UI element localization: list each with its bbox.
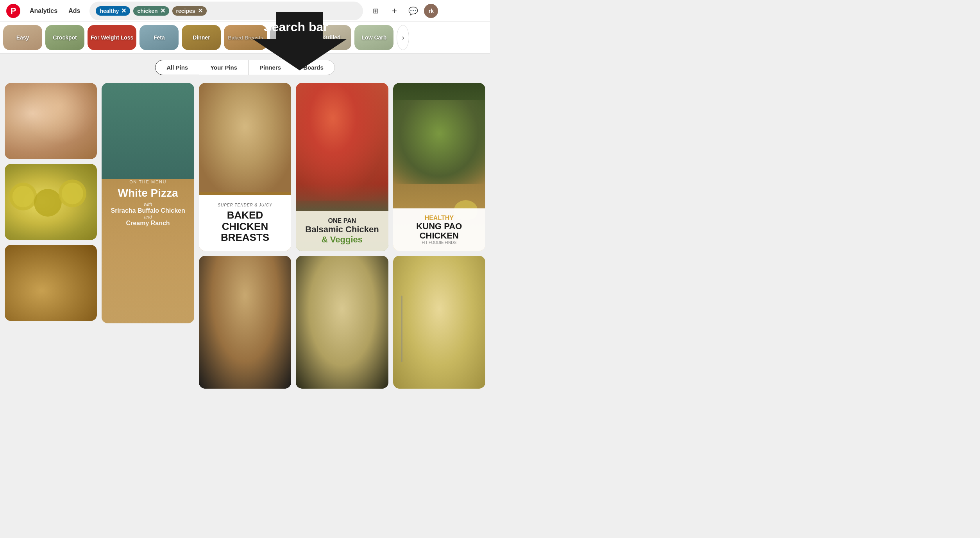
pin-card-white-pizza[interactable]: ON THE MENU White Pizza with Sriracha Bu…: [102, 83, 194, 323]
search-tag-recipes[interactable]: recipes ✕: [172, 6, 207, 16]
kungpao-overlay: HEALTHY KUNG PAO CHICKEN FIT FOODIE FIND…: [393, 208, 485, 251]
category-crockpot[interactable]: Crockpot: [45, 25, 84, 50]
pin-grid: ON THE MENU White Pizza with Sriracha Bu…: [0, 78, 490, 393]
pin-column-5: HEALTHY KUNG PAO CHICKEN FIT FOODIE FIND…: [393, 83, 485, 389]
category-dinner[interactable]: Dinner: [182, 25, 221, 50]
search-tag-chicken-remove[interactable]: ✕: [160, 8, 165, 14]
nav-ads[interactable]: Ads: [64, 4, 85, 18]
pin-card-baked-chicken-breasts[interactable]: Super Tender & Juicy BAKEDCHICKENBREASTS: [199, 83, 291, 251]
category-simple[interactable]: Simple: [270, 25, 309, 50]
header: P Analytics Ads healthy ✕ chicken ✕ reci…: [0, 0, 490, 22]
pin-column-2: ON THE MENU White Pizza with Sriracha Bu…: [102, 83, 194, 323]
pin-column-1: [5, 83, 97, 321]
balsamic-title-small: ONE PAN: [302, 217, 382, 224]
search-input[interactable]: [210, 7, 357, 14]
baked-chicken-overlay: Super Tender & Juicy BAKEDCHICKENBREASTS: [199, 195, 291, 251]
category-grilled[interactable]: Grilled: [312, 25, 351, 50]
search-tag-chicken[interactable]: chicken ✕: [133, 6, 169, 16]
pin-grid-wrapper: ON THE MENU White Pizza with Sriracha Bu…: [0, 78, 490, 393]
baked-chicken-title: BAKEDCHICKENBREASTS: [205, 210, 285, 243]
category-baked-breasts-label: Baked Breasts: [225, 33, 266, 42]
pizza-on-menu-tag: ON THE MENU: [129, 179, 166, 184]
search-tag-recipes-label: recipes: [176, 8, 195, 14]
tab-pinners[interactable]: Pinners: [249, 60, 292, 75]
search-tag-chicken-label: chicken: [137, 8, 157, 14]
pin-card-zucchini[interactable]: [5, 164, 97, 240]
pin-column-4: ONE PAN Balsamic Chicken& Veggies: [296, 83, 388, 389]
category-dinner-label: Dinner: [190, 33, 213, 42]
pin-card-raw-chicken[interactable]: [5, 83, 97, 159]
pin-card-col4-secondary[interactable]: [296, 256, 388, 389]
search-bar[interactable]: healthy ✕ chicken ✕ recipes ✕: [89, 2, 363, 20]
tab-all-pins[interactable]: All Pins: [155, 60, 199, 75]
pin-card-col5-secondary[interactable]: [393, 256, 485, 389]
search-tag-healthy[interactable]: healthy ✕: [96, 6, 130, 16]
category-low-carb[interactable]: Low Carb: [354, 25, 393, 50]
header-actions: ⊞ + 💬 rk: [368, 3, 438, 19]
category-baked-breasts[interactable]: Baked Breasts: [224, 25, 267, 50]
category-low-carb-label: Low Carb: [359, 33, 390, 42]
tab-boards[interactable]: Boards: [292, 60, 335, 75]
svg-point-3: [13, 186, 34, 207]
category-crockpot-label: Crockpot: [50, 33, 80, 42]
add-button[interactable]: +: [386, 3, 402, 19]
category-bar: Easy Crockpot For Weight Loss Feta Dinne…: [0, 22, 490, 54]
category-simple-label: Simple: [277, 33, 302, 42]
tabs-bar: All Pins Your Pins Pinners Boards: [0, 54, 490, 78]
category-next-button[interactable]: ›: [397, 25, 409, 50]
pin-card-col3-secondary[interactable]: [199, 256, 291, 389]
balsamic-overlay: ONE PAN Balsamic Chicken& Veggies: [296, 211, 388, 251]
avatar[interactable]: rk: [424, 4, 438, 18]
category-feta[interactable]: Feta: [139, 25, 179, 50]
grid-view-button[interactable]: ⊞: [368, 3, 383, 19]
pinterest-logo[interactable]: P: [6, 4, 20, 18]
kungpao-title: KUNG PAO CHICKEN: [399, 222, 479, 240]
svg-point-6: [62, 183, 83, 204]
baked-chicken-tag: Super Tender & Juicy: [205, 203, 285, 207]
category-easy-label: Easy: [13, 33, 32, 42]
notifications-button[interactable]: 💬: [405, 3, 421, 19]
kungpao-healthy-label: HEALTHY: [399, 215, 479, 222]
nav-analytics[interactable]: Analytics: [25, 4, 62, 18]
pin-card-cooked-chicken[interactable]: [5, 245, 97, 321]
category-weight-loss-label: For Weight Loss: [88, 33, 136, 42]
category-weight-loss[interactable]: For Weight Loss: [88, 25, 136, 50]
balsamic-title-large: Balsamic Chicken& Veggies: [302, 224, 382, 245]
pin-card-kung-pao[interactable]: HEALTHY KUNG PAO CHICKEN FIT FOODIE FIND…: [393, 83, 485, 251]
tab-your-pins[interactable]: Your Pins: [199, 60, 249, 75]
main-nav: Analytics Ads: [25, 4, 85, 18]
search-tag-recipes-remove[interactable]: ✕: [198, 8, 203, 14]
kungpao-source: FIT FOODIE FINDS: [399, 240, 479, 245]
svg-point-4: [34, 189, 62, 217]
pin-card-balsamic-chicken[interactable]: ONE PAN Balsamic Chicken& Veggies: [296, 83, 388, 251]
pin-column-3: Super Tender & Juicy BAKEDCHICKENBREASTS: [199, 83, 291, 389]
search-tag-healthy-label: healthy: [100, 8, 119, 14]
category-easy[interactable]: Easy: [3, 25, 42, 50]
category-grilled-label: Grilled: [320, 33, 343, 42]
search-tag-healthy-remove[interactable]: ✕: [121, 8, 126, 14]
category-feta-label: Feta: [150, 33, 168, 42]
